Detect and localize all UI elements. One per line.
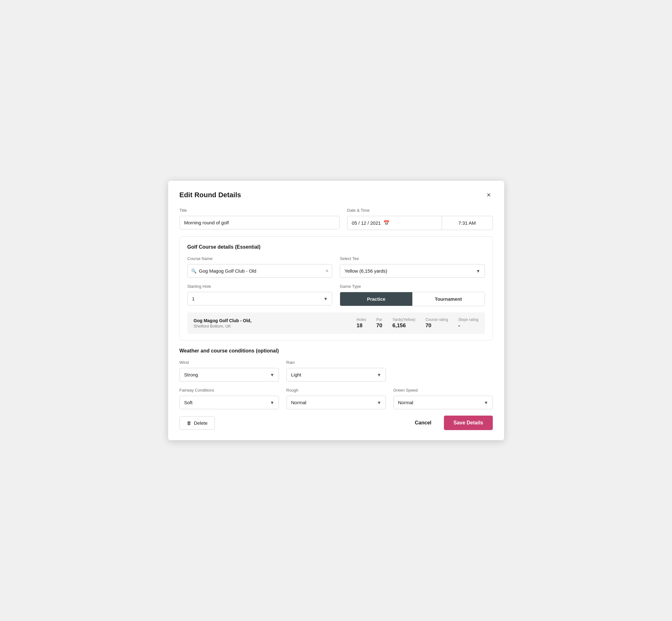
wind-wrapper: Strong ▼ [179,368,279,381]
course-name-label: Course Name [187,256,333,261]
green-speed-group: Green Speed Normal ▼ [393,388,493,409]
fairway-group: Fairway Conditions Soft ▼ [179,388,279,409]
datetime-label: Date & Time [347,208,493,213]
golf-course-section-title: Golf Course details (Essential) [187,244,485,250]
wind-rain-row: Wind Strong ▼ Rain Light ▼ [179,360,493,381]
select-tee-dropdown[interactable]: Yellow (6,156 yards) [340,264,485,278]
wind-dropdown[interactable]: Strong [179,368,279,381]
fairway-label: Fairway Conditions [179,388,279,392]
course-name-group: Course Name 🔍 × [187,256,333,278]
title-input[interactable] [179,216,340,230]
search-icon: 🔍 [191,268,197,274]
rough-wrapper: Normal ▼ [287,396,386,409]
starting-hole-label: Starting Hole [187,284,333,289]
footer-row: 🗑 Delete Cancel Save Details [179,416,493,430]
par-label: Par [376,318,382,322]
date-time-group: 05 / 12 / 2021 📅 7:31 AM [347,216,493,230]
delete-button[interactable]: 🗑 Delete [179,416,215,430]
slope-rating-label: Slope rating [458,318,478,322]
calendar-icon: 📅 [383,220,390,226]
game-type-group: Game Type Practice Tournament [340,284,485,306]
rain-wrapper: Light ▼ [287,368,386,381]
rain-label: Rain [287,360,386,365]
starting-hole-dropdown[interactable]: 1 [187,292,333,305]
starting-hole-wrapper: 1 ▼ [187,292,333,305]
course-info-name: Gog Magog Golf Club - Old, Shelford Bott… [194,318,357,329]
weather-section-title: Weather and course conditions (optional) [179,348,493,354]
par-value: 70 [376,323,382,329]
course-search-wrapper: 🔍 × [187,264,333,278]
edit-round-modal: Edit Round Details × Title Date & Time 0… [168,181,504,440]
save-button[interactable]: Save Details [444,416,493,430]
title-field-group: Title [179,208,340,230]
yards-label: Yards(Yellow) [392,318,416,322]
rough-label: Rough [287,388,386,392]
trash-icon: 🗑 [187,420,192,426]
modal-header: Edit Round Details × [179,191,493,199]
footer-right: Cancel Save Details [410,416,493,430]
starting-hole-group: Starting Hole 1 ▼ [187,284,333,306]
course-name-input[interactable] [187,264,333,278]
title-datetime-row: Title Date & Time 05 / 12 / 2021 📅 7:31 … [179,208,493,230]
wind-group: Wind Strong ▼ [179,360,279,381]
clear-icon[interactable]: × [326,268,328,274]
stat-par: Par 70 [376,318,382,329]
date-part[interactable]: 05 / 12 / 2021 📅 [347,216,442,230]
green-speed-dropdown[interactable]: Normal [393,396,493,409]
course-stats: Holes 18 Par 70 Yards(Yellow) 6,156 Cour… [356,318,478,329]
tournament-button[interactable]: Tournament [412,292,485,306]
stat-yards: Yards(Yellow) 6,156 [392,318,416,329]
green-speed-wrapper: Normal ▼ [393,396,493,409]
green-speed-label: Green Speed [393,388,493,392]
modal-title: Edit Round Details [179,191,241,199]
game-type-toggle: Practice Tournament [340,292,485,306]
select-tee-label: Select Tee [340,256,485,261]
course-tee-row: Course Name 🔍 × Select Tee Yellow (6,156… [187,256,485,278]
course-name-display: Gog Magog Golf Club - Old, [194,318,357,323]
fairway-rough-green-row: Fairway Conditions Soft ▼ Rough Normal ▼ [179,388,493,409]
hole-gametype-row: Starting Hole 1 ▼ Game Type Practice Tou… [187,284,485,306]
game-type-label: Game Type [340,284,485,289]
wind-label: Wind [179,360,279,365]
golf-course-section: Golf Course details (Essential) Course N… [179,236,493,340]
select-tee-group: Select Tee Yellow (6,156 yards) ▼ [340,256,485,278]
rain-dropdown[interactable]: Light [287,368,386,381]
time-value: 7:31 AM [458,220,476,225]
fairway-wrapper: Soft ▼ [179,396,279,409]
stat-holes: Holes 18 [356,318,366,329]
rough-group: Rough Normal ▼ [287,388,386,409]
course-location-display: Shelford Bottom, UK [194,324,357,329]
time-part[interactable]: 7:31 AM [442,216,493,230]
fairway-dropdown[interactable]: Soft [179,396,279,409]
weather-section: Weather and course conditions (optional)… [179,348,493,409]
delete-label: Delete [194,420,208,426]
rough-dropdown[interactable]: Normal [287,396,386,409]
close-button[interactable]: × [485,191,493,199]
course-info-box: Gog Magog Golf Club - Old, Shelford Bott… [187,313,485,334]
stat-course-rating: Course rating 70 [425,318,448,329]
slope-rating-value: - [458,323,460,329]
title-label: Title [179,208,340,213]
holes-value: 18 [356,323,363,329]
course-rating-label: Course rating [425,318,448,322]
rain-group: Rain Light ▼ [287,360,386,381]
course-rating-value: 70 [425,323,431,329]
select-tee-wrapper: Yellow (6,156 yards) ▼ [340,264,485,278]
stat-slope-rating: Slope rating - [458,318,478,329]
practice-button[interactable]: Practice [340,292,412,306]
yards-value: 6,156 [392,323,406,329]
cancel-button[interactable]: Cancel [410,416,436,429]
date-value: 05 / 12 / 2021 [352,220,381,225]
datetime-field-group: Date & Time 05 / 12 / 2021 📅 7:31 AM [347,208,493,230]
holes-label: Holes [356,318,366,322]
